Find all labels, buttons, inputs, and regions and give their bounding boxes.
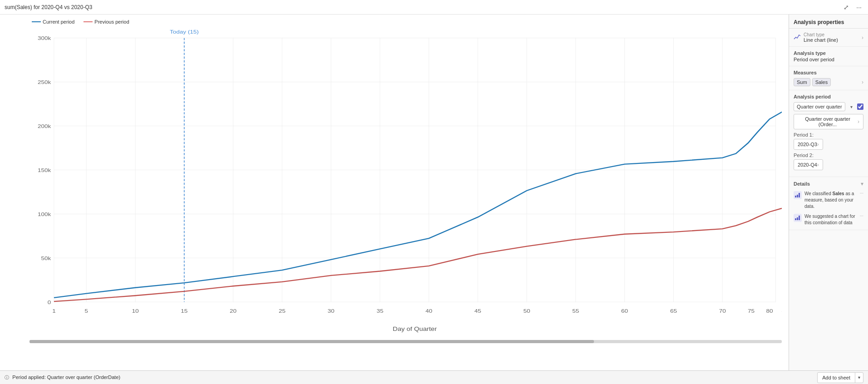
- panel-header: Analysis properties: [789, 15, 868, 29]
- svg-rect-54: [795, 196, 796, 197]
- y-axis-label-svg: Current period, Previous period: [6, 26, 29, 339]
- option-arrow-icon: ›: [858, 118, 859, 125]
- analysis-type-value: Period over period: [794, 57, 863, 62]
- svg-text:10: 10: [132, 308, 139, 314]
- svg-text:50k: 50k: [41, 256, 51, 261]
- svg-text:1: 1: [52, 308, 55, 314]
- chart-type-expand-btn[interactable]: ›: [862, 34, 863, 41]
- svg-text:25: 25: [279, 308, 285, 314]
- svg-text:45: 45: [475, 308, 481, 314]
- legend-line-blue: [32, 21, 41, 22]
- period1-label: Period 1:: [794, 132, 863, 138]
- svg-text:80: 80: [766, 308, 773, 314]
- details-section: Details ▾ We classified Sales as a measu…: [789, 177, 868, 230]
- analysis-type-section: Analysis type Period over period: [789, 47, 868, 66]
- detail-icon-1: [794, 191, 802, 199]
- top-bar: sum(Sales) for 2020-Q4 vs 2020-Q3 ⤢ ···: [0, 0, 868, 15]
- right-panel: Analysis properties Chart type Line char…: [789, 15, 868, 370]
- chart-scrollbar[interactable]: [29, 340, 784, 343]
- sum-tag: Sum: [794, 78, 810, 86]
- chart-type-section: Chart type Line chart (line) ›: [789, 29, 868, 47]
- svg-text:35: 35: [377, 308, 383, 314]
- svg-text:85: 85: [781, 308, 782, 314]
- chart-wrapper: Current period, Previous period: [29, 26, 782, 339]
- analysis-type-title: Analysis type: [794, 50, 863, 56]
- period-checkbox[interactable]: [857, 103, 863, 110]
- svg-text:70: 70: [719, 308, 726, 314]
- period-dropdown[interactable]: Quarter over quarter: [794, 102, 845, 111]
- period-applied-label: Period applied: Quarter over quarter (Or…: [12, 374, 120, 380]
- period1-value-btn[interactable]: 2020-Q3 ›: [794, 139, 823, 150]
- measures-section: Measures Sum Sales ›: [789, 66, 868, 90]
- chart-legend: Current period Previous period: [32, 19, 784, 25]
- legend-previous-label: Previous period: [94, 19, 129, 25]
- period2-arrow-icon: ›: [817, 162, 819, 168]
- measures-title: Measures: [794, 70, 863, 75]
- add-to-sheet-button[interactable]: Add to sheet ▾: [817, 372, 863, 383]
- svg-text:50: 50: [523, 308, 530, 314]
- legend-current-period: Current period: [32, 19, 74, 25]
- svg-text:30: 30: [328, 308, 334, 314]
- expand-button[interactable]: ⤢: [842, 3, 851, 12]
- svg-text:75: 75: [748, 308, 755, 314]
- svg-text:100k: 100k: [38, 212, 51, 217]
- chart-title: sum(Sales) for 2020-Q4 vs 2020-Q3: [5, 4, 92, 10]
- add-to-sheet-dropdown-icon[interactable]: ▾: [855, 373, 863, 383]
- more-options-button[interactable]: ···: [854, 3, 863, 12]
- legend-previous-period: Previous period: [83, 19, 129, 25]
- svg-text:55: 55: [572, 308, 579, 314]
- legend-current-label: Current period: [43, 19, 74, 25]
- chart-type-icon: [794, 33, 801, 42]
- legend-line-red: [83, 21, 93, 22]
- chart-type-text: Chart type Line chart (line): [804, 32, 859, 43]
- svg-text:5: 5: [85, 308, 88, 314]
- detail-text-1: We classified Sales as a measure, based …: [804, 191, 857, 210]
- details-collapse-icon: ▾: [861, 181, 863, 187]
- svg-text:65: 65: [670, 308, 677, 314]
- chart-svg: 0 50k 100k 150k 200k 250k 300k 1 5 10 15…: [29, 26, 782, 339]
- add-to-sheet-label: Add to sheet: [818, 373, 855, 383]
- period2-label: Period 2:: [794, 153, 863, 158]
- detail-text-2: We suggested a chart for this combinatio…: [804, 213, 857, 226]
- detail-icon-2: [794, 214, 802, 222]
- svg-rect-56: [799, 193, 800, 197]
- svg-text:150k: 150k: [38, 167, 51, 173]
- svg-text:40: 40: [426, 308, 432, 314]
- svg-text:Today (15): Today (15): [170, 29, 199, 35]
- measures-row: Sum Sales ›: [794, 78, 863, 86]
- svg-text:Day of Quarter: Day of Quarter: [393, 325, 437, 332]
- chart-type-label: Chart type: [804, 32, 859, 37]
- svg-rect-57: [795, 218, 796, 220]
- svg-text:60: 60: [621, 308, 628, 314]
- svg-text:250k: 250k: [38, 79, 51, 85]
- detail-1-more-icon[interactable]: ···: [860, 191, 863, 196]
- svg-text:15: 15: [181, 308, 188, 314]
- detail-2-more-icon[interactable]: ···: [860, 213, 863, 218]
- period-select-row: Quarter over quarter: [794, 102, 863, 111]
- detail-item-2: We suggested a chart for this combinatio…: [794, 213, 863, 226]
- svg-rect-55: [797, 195, 798, 197]
- svg-text:0: 0: [48, 300, 51, 305]
- quarter-over-quarter-btn[interactable]: Quarter over quarter (Order... ›: [794, 114, 863, 129]
- period1-arrow-icon: ›: [817, 141, 819, 148]
- chart-type-value: Line chart (line): [804, 37, 859, 43]
- content-area: Current period Previous period Current p…: [0, 15, 868, 370]
- bottom-bar: ⓘ Period applied: Quarter over quarter (…: [0, 370, 868, 384]
- svg-rect-59: [799, 216, 800, 220]
- detail-item-1: We classified Sales as a measure, based …: [794, 191, 863, 210]
- period-applied-text: ⓘ Period applied: Quarter over quarter (…: [5, 374, 120, 381]
- svg-rect-58: [797, 217, 798, 220]
- details-header[interactable]: Details ▾: [794, 181, 863, 187]
- details-title: Details: [794, 181, 810, 187]
- period-info-icon: ⓘ: [5, 375, 9, 380]
- svg-text:20: 20: [230, 308, 236, 314]
- analysis-period-section: Analysis period Quarter over quarter Qua…: [789, 90, 868, 177]
- period-dropdown-wrapper[interactable]: Quarter over quarter: [794, 102, 855, 111]
- svg-text:200k: 200k: [38, 123, 51, 129]
- period2-value-btn[interactable]: 2020-Q4 ›: [794, 159, 823, 170]
- measures-expand-btn[interactable]: ›: [862, 79, 863, 85]
- chart-area: Current period Previous period Current p…: [0, 15, 789, 370]
- svg-text:300k: 300k: [38, 35, 51, 41]
- sales-tag: Sales: [812, 78, 831, 86]
- analysis-period-title: Analysis period: [794, 94, 863, 99]
